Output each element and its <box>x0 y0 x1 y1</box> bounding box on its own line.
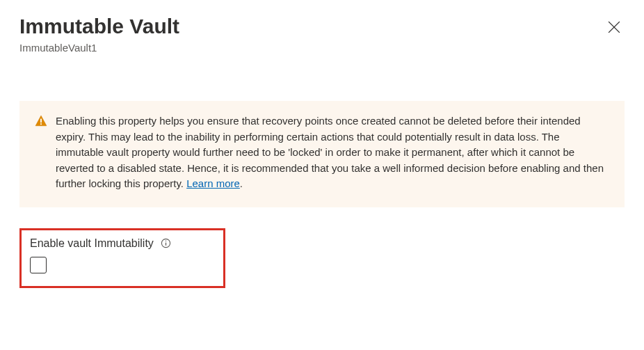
warning-text: Enabling this property helps you ensure … <box>56 113 609 192</box>
enable-immutability-label: Enable vault Immutability <box>30 237 154 250</box>
checkbox-row <box>30 257 215 276</box>
enable-immutability-section: Enable vault Immutability <box>19 228 225 288</box>
option-label-row: Enable vault Immutability <box>30 237 215 250</box>
warning-message: Enabling this property helps you ensure … <box>56 115 604 189</box>
page-title: Immutable Vault <box>19 14 604 39</box>
close-button[interactable] <box>604 17 625 40</box>
title-section: Immutable Vault ImmutableVault1 <box>19 14 604 54</box>
svg-point-6 <box>166 241 167 242</box>
close-icon <box>608 21 620 35</box>
info-icon[interactable] <box>161 238 171 248</box>
svg-rect-3 <box>40 123 42 125</box>
warning-banner: Enabling this property helps you ensure … <box>19 101 625 207</box>
header: Immutable Vault ImmutableVault1 <box>19 14 625 54</box>
warning-icon <box>35 115 47 130</box>
enable-immutability-checkbox[interactable] <box>30 257 47 273</box>
page-subtitle: ImmutableVault1 <box>19 42 604 54</box>
learn-more-link[interactable]: Learn more <box>186 177 240 189</box>
svg-rect-2 <box>40 119 42 123</box>
